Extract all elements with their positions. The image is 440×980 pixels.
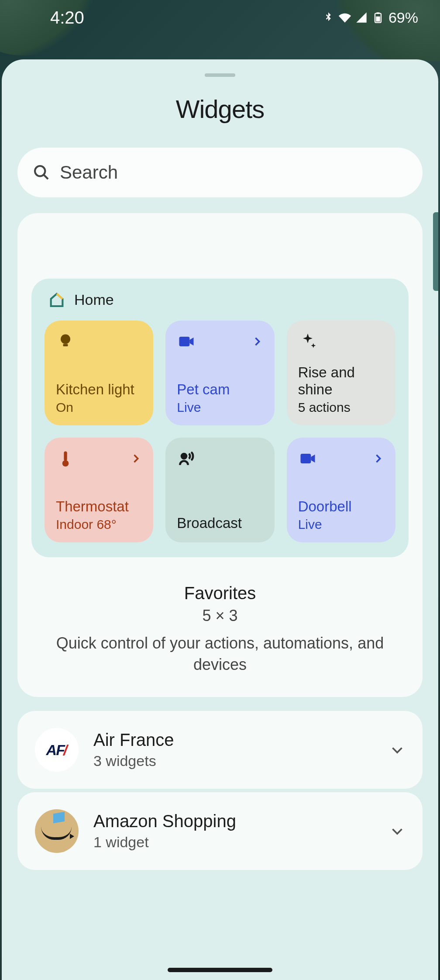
chevron-down-icon <box>389 823 405 839</box>
tile-sub: 5 actions <box>298 400 384 415</box>
app-row-air-france[interactable]: AF / Air France 3 widgets <box>17 711 423 789</box>
camera-icon <box>177 332 196 351</box>
svg-rect-8 <box>64 452 67 461</box>
battery-icon <box>372 11 384 24</box>
tile-sub: Indoor 68° <box>56 517 142 532</box>
tile-title: Pet cam <box>177 381 263 398</box>
air-france-icon: AF / <box>35 728 79 772</box>
camera-icon <box>298 449 317 468</box>
status-indicators: 69% <box>322 9 418 26</box>
search-input[interactable] <box>60 162 407 183</box>
battery-percent: 69% <box>388 9 418 26</box>
app-row-amazon[interactable]: Amazon Shopping 1 widget <box>17 792 423 870</box>
app-widget-count: 3 widgets <box>93 752 375 770</box>
svg-rect-7 <box>179 337 190 346</box>
svg-rect-1 <box>376 12 379 14</box>
featured-widget-card[interactable]: Home Kitchen light On Pet cam Live <box>17 213 423 697</box>
chevron-down-icon <box>389 742 405 758</box>
scroll-indicator[interactable] <box>433 212 438 291</box>
tile-pet-cam[interactable]: Pet cam Live <box>165 321 274 425</box>
home-app-icon <box>48 291 65 308</box>
thermometer-icon <box>56 449 75 468</box>
app-name: Amazon Shopping <box>93 811 375 831</box>
tile-title: Rise and shine <box>298 364 384 398</box>
nav-handle[interactable] <box>168 968 272 972</box>
broadcast-icon <box>177 449 196 468</box>
svg-point-10 <box>182 454 186 459</box>
featured-widget-desc: Quick control of your actions, automatio… <box>31 633 409 675</box>
tile-kitchen-light[interactable]: Kitchen light On <box>45 321 153 425</box>
home-widget-preview: Home Kitchen light On Pet cam Live <box>31 279 409 557</box>
cellular-icon <box>355 11 368 24</box>
search-bar[interactable] <box>17 148 423 197</box>
tile-title: Kitchen light <box>56 381 142 398</box>
amazon-icon <box>35 809 79 853</box>
svg-line-4 <box>44 175 48 179</box>
drag-handle[interactable] <box>205 73 235 77</box>
svg-rect-11 <box>300 454 311 463</box>
tile-thermostat[interactable]: Thermostat Indoor 68° <box>45 438 153 542</box>
wifi-icon <box>339 11 351 24</box>
tile-title: Broadcast <box>177 514 263 532</box>
panel-title: Widgets <box>17 94 423 124</box>
status-time: 4:20 <box>22 8 84 28</box>
svg-point-3 <box>35 166 45 176</box>
chevron-right-icon <box>251 335 263 348</box>
tile-sub: Live <box>298 517 384 532</box>
svg-point-9 <box>62 460 69 467</box>
tile-rise-shine[interactable]: Rise and shine 5 actions <box>287 321 395 425</box>
chevron-right-icon <box>372 452 384 465</box>
tile-sub: On <box>56 400 142 415</box>
tile-doorbell[interactable]: Doorbell Live <box>287 438 395 542</box>
app-name: Air France <box>93 730 375 750</box>
widgets-panel: Widgets Home Kitchen light On <box>2 59 438 980</box>
tile-broadcast[interactable]: Broadcast <box>165 438 274 542</box>
search-icon <box>33 164 50 181</box>
chevron-right-icon <box>130 452 142 465</box>
bluetooth-icon <box>322 11 334 24</box>
featured-widget-size: 5 × 3 <box>31 607 409 625</box>
tile-title: Doorbell <box>298 498 384 515</box>
tile-title: Thermostat <box>56 498 142 515</box>
svg-rect-6 <box>63 344 68 347</box>
sparkle-icon <box>298 332 317 351</box>
bulb-icon <box>56 332 75 351</box>
svg-point-5 <box>61 335 70 344</box>
featured-widget-name: Favorites <box>31 583 409 603</box>
status-bar: 4:20 69% <box>0 0 440 35</box>
app-widget-count: 1 widget <box>93 834 375 851</box>
home-widget-label: Home <box>74 291 114 308</box>
tile-sub: Live <box>177 400 263 415</box>
svg-rect-2 <box>376 17 380 22</box>
